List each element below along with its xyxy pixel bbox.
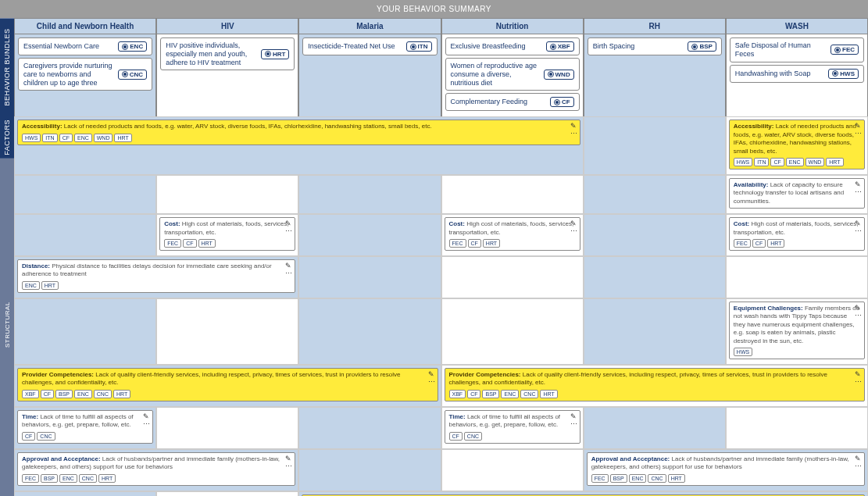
- more-icon[interactable]: ⋯: [570, 420, 577, 430]
- tag: CF: [59, 134, 73, 142]
- bundle-card[interactable]: Complementary FeedingCF: [445, 93, 580, 111]
- column-header: Malaria: [298, 18, 441, 34]
- more-icon[interactable]: ⋯: [855, 130, 861, 139]
- factor-cell: [298, 214, 441, 256]
- bundle-code-badge: ITN: [406, 41, 432, 52]
- factor-cell: [298, 175, 441, 214]
- factor-card-time[interactable]: ✎⋯Time: Lack of time to fulfill all aspe…: [17, 410, 153, 444]
- tag-row: FECCFHRT: [734, 239, 860, 248]
- tag: CF: [22, 432, 35, 441]
- factor-cell: ✎⋯Cost: High cost of materials, foods, s…: [726, 214, 868, 256]
- factor-cell: [726, 407, 868, 449]
- tag: CNC: [94, 390, 112, 398]
- tag: CNC: [648, 474, 666, 483]
- tag-row: FECCFHRT: [164, 239, 291, 248]
- factor-card-accessibility[interactable]: ✎⋯Accessibility: Lack of needed products…: [17, 120, 580, 145]
- tag: ITN: [42, 134, 57, 142]
- factor-cell: [298, 449, 441, 491]
- factor-cell: ✎⋯Distance: Physical distance to facilit…: [14, 256, 298, 298]
- factor-card-equipment[interactable]: ✎⋯Equipment Challenges: Family members d…: [729, 302, 865, 359]
- tag: FEC: [164, 239, 181, 248]
- more-icon[interactable]: ⋯: [428, 378, 434, 387]
- factor-card-approval[interactable]: ✎⋯Approval and Acceptance: Lack of husba…: [17, 452, 295, 486]
- tag-row: HWSITNCFENCWNDHRT: [734, 158, 860, 166]
- factor-cell: ✎⋯Availability: Lack of capacity to ensu…: [726, 175, 868, 214]
- bundle-card[interactable]: Handwashing with SoapHWS: [730, 65, 864, 83]
- factor-cell: ✎⋯Time: Lack of time to fulfill all aspe…: [441, 407, 584, 449]
- bundle-card[interactable]: Birth SpacingBSP: [588, 37, 722, 55]
- more-icon[interactable]: ⋯: [143, 420, 149, 430]
- tag: FEC: [734, 239, 751, 248]
- more-icon[interactable]: ⋯: [855, 312, 861, 321]
- factor-card-accessibility[interactable]: ✎⋯Accessibility: Lack of needed products…: [729, 120, 865, 169]
- column-body: Safe Disposal of Human FecesFECHandwashi…: [726, 34, 868, 116]
- more-icon[interactable]: ⋯: [285, 462, 291, 472]
- more-icon[interactable]: ⋯: [285, 227, 291, 237]
- tag: HRT: [540, 390, 557, 398]
- tag: HRT: [668, 474, 685, 483]
- bundle-card[interactable]: Insecticide-Treated Net UseITN: [302, 37, 437, 55]
- side-label-structural: STRUCTURAL: [0, 159, 14, 491]
- tag: CF: [770, 158, 784, 166]
- factor-card-cost[interactable]: ✎⋯Cost: High cost of materials, foods, s…: [445, 217, 580, 251]
- factor-cell: [584, 407, 726, 449]
- bundle-card[interactable]: HIV positive individuals, especially men…: [160, 37, 295, 70]
- more-icon[interactable]: ⋯: [570, 130, 577, 139]
- bundle-card[interactable]: Safe Disposal of Human FecesFEC: [730, 37, 864, 62]
- factor-card-provider[interactable]: ✎⋯Provider Competencies: Lack of quality…: [17, 368, 438, 401]
- factor-cell: [298, 407, 441, 449]
- factor-cell: [584, 256, 726, 298]
- tag: HRT: [483, 239, 500, 248]
- more-icon[interactable]: ⋯: [855, 188, 861, 198]
- bundle-card[interactable]: Exclusive BreastfeedingXBF: [445, 37, 580, 55]
- column-header: Nutrition: [441, 18, 584, 34]
- column-header: RH: [584, 18, 726, 34]
- tag-row: XBFCFBSPENCCNCHRT: [22, 390, 434, 398]
- bundle-code-badge: FEC: [830, 45, 859, 55]
- tag: CF: [467, 390, 480, 398]
- tag: BSP: [482, 390, 499, 398]
- factor-cell: [441, 449, 584, 491]
- factor-card-availability[interactable]: ✎⋯Availability: Lack of capacity to ensu…: [729, 178, 865, 209]
- bundle-card[interactable]: Caregivers provide nurturing care to new…: [18, 58, 152, 91]
- factor-cell: ✎⋯Cost: High cost of materials, foods, s…: [156, 214, 298, 256]
- factor-cell: [298, 298, 441, 365]
- factor-card-time[interactable]: ✎⋯Time: Lack of time to fulfill all aspe…: [445, 410, 580, 444]
- bundle-code-badge: ENC: [118, 41, 147, 52]
- column-body: Exclusive BreastfeedingXBFWomen of repro…: [441, 34, 584, 116]
- tag: FEC: [591, 474, 609, 483]
- bundle-code-badge: CF: [550, 97, 574, 107]
- bundle-card[interactable]: Essential Newborn CareENC: [18, 37, 152, 55]
- tag: CF: [752, 239, 766, 248]
- factor-cell: [156, 407, 298, 449]
- factor-card-approval[interactable]: ✎⋯Approval and Acceptance: Lack of husba…: [587, 452, 865, 486]
- more-icon[interactable]: ⋯: [285, 269, 291, 279]
- tag: XBF: [22, 390, 39, 398]
- more-icon[interactable]: ⋯: [855, 462, 861, 472]
- more-icon[interactable]: ⋯: [570, 227, 577, 237]
- bundle-card[interactable]: Women of reproductive age consume a dive…: [445, 58, 580, 91]
- tag: CNC: [464, 432, 482, 441]
- factor-cell: [584, 175, 726, 214]
- column-header: HIV: [156, 18, 298, 34]
- factor-cell: ✎⋯Approval and Acceptance: Lack of husba…: [584, 449, 868, 491]
- more-icon[interactable]: ⋯: [855, 378, 861, 387]
- factor-cell: ✎⋯Accessibility: Lack of needed products…: [726, 116, 868, 175]
- tag: WND: [94, 134, 113, 142]
- factor-card-provider[interactable]: ✎⋯Provider Competencies: Lack of quality…: [445, 368, 866, 401]
- tag: BSP: [55, 390, 73, 398]
- factor-card-cost[interactable]: ✎⋯Cost: High cost of materials, foods, s…: [729, 217, 865, 251]
- page-header: YOUR BEHAVIOR SUMMARY: [0, 0, 868, 18]
- factor-card-cost[interactable]: ✎⋯Cost: High cost of materials, foods, s…: [159, 217, 295, 251]
- column-body: Birth SpacingBSP: [584, 34, 726, 116]
- tag-row: FECBSPENCCNCHRT: [22, 474, 291, 483]
- tag: HRT: [767, 239, 784, 248]
- factor-card-distance[interactable]: ✎⋯Distance: Physical distance to facilit…: [17, 259, 295, 293]
- tag: HRT: [114, 134, 131, 142]
- factor-cell: ✎⋯Accessibility: Lack of needed products…: [14, 116, 584, 175]
- tag: CF: [449, 432, 463, 441]
- more-icon[interactable]: ⋯: [855, 227, 861, 237]
- tag: BSP: [41, 474, 58, 483]
- column-header: WASH: [726, 18, 868, 34]
- factor-cell: [441, 298, 584, 365]
